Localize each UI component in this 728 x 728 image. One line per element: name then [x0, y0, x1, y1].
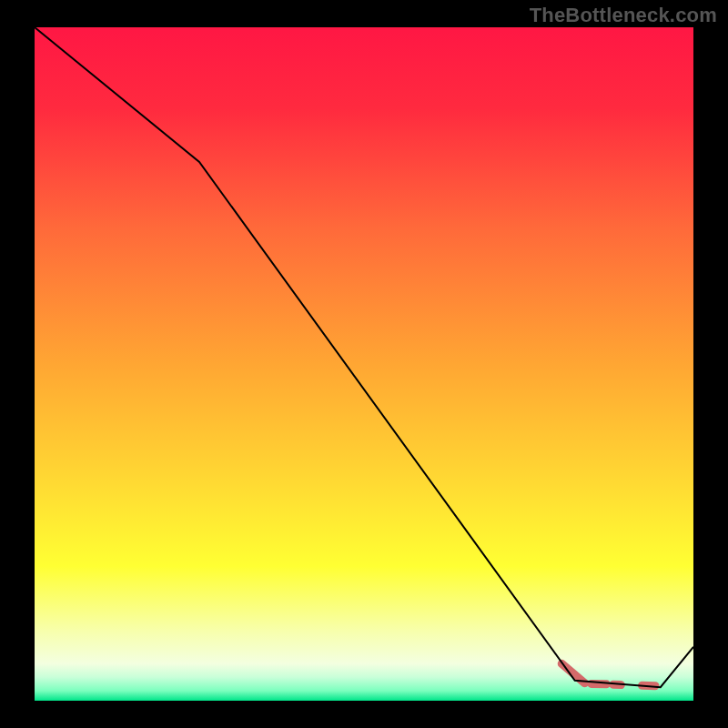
chart-svg [35, 27, 693, 701]
plot-area [35, 27, 693, 701]
gradient-background [35, 27, 693, 701]
chart-frame: TheBottleneck.com [0, 0, 728, 728]
watermark-text: TheBottleneck.com [530, 4, 717, 27]
